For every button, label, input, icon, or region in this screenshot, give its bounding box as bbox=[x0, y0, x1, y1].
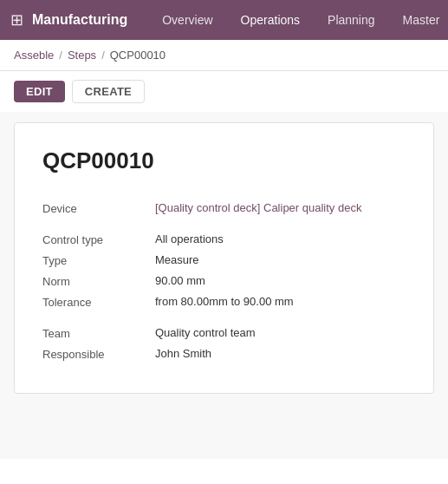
nav-links: Overview Operations Planning Master bbox=[148, 0, 448, 40]
control-type-value: All operations bbox=[155, 232, 406, 245]
edit-button[interactable]: EDIT bbox=[14, 81, 65, 102]
team-label: Team bbox=[42, 326, 155, 340]
top-navigation: ⊞ Manufacturing Overview Operations Plan… bbox=[0, 0, 448, 40]
grid-icon: ⊞ bbox=[10, 10, 23, 29]
nav-planning[interactable]: Planning bbox=[314, 0, 389, 40]
tolerance-value: from 80.00mm to 90.00 mm bbox=[155, 295, 406, 308]
field-device: Device [Quality control deck] Caliper qu… bbox=[42, 199, 406, 219]
fields-section: Device [Quality control deck] Caliper qu… bbox=[42, 199, 406, 365]
breadcrumb: Asseble / Steps / QCP00010 bbox=[0, 40, 448, 71]
type-value: Measure bbox=[155, 253, 406, 266]
nav-operations[interactable]: Operations bbox=[227, 0, 314, 40]
breadcrumb-sep2: / bbox=[101, 49, 105, 62]
field-tolerance: Tolerance from 80.00mm to 90.00 mm bbox=[42, 292, 406, 313]
nav-master[interactable]: Master bbox=[389, 0, 448, 40]
responsible-label: Responsible bbox=[42, 347, 155, 361]
norm-value: 90.00 mm bbox=[155, 274, 406, 287]
tolerance-label: Tolerance bbox=[42, 295, 155, 309]
responsible-value: John Smith bbox=[155, 347, 406, 360]
field-control-type: Control type All operations bbox=[42, 230, 406, 251]
brand-name: Manufacturing bbox=[32, 12, 127, 28]
device-label: Device bbox=[42, 201, 155, 215]
field-responsible: Responsible John Smith bbox=[42, 344, 406, 365]
action-bar: EDIT CREATE bbox=[0, 71, 448, 112]
breadcrumb-current: QCP00010 bbox=[110, 49, 166, 62]
record-title: QCP00010 bbox=[42, 147, 406, 174]
breadcrumb-steps[interactable]: Steps bbox=[68, 49, 96, 62]
record-card: QCP00010 Device [Quality control deck] C… bbox=[14, 122, 434, 394]
norm-label: Norm bbox=[42, 274, 155, 288]
team-value: Quality control team bbox=[155, 326, 406, 339]
type-label: Type bbox=[42, 253, 155, 267]
field-team: Team Quality control team bbox=[42, 324, 406, 344]
field-type: Type Measure bbox=[42, 251, 406, 271]
field-norm: Norm 90.00 mm bbox=[42, 271, 406, 292]
nav-overview[interactable]: Overview bbox=[148, 0, 226, 40]
content-wrapper: QCP00010 Device [Quality control deck] C… bbox=[0, 112, 448, 459]
breadcrumb-asseble[interactable]: Asseble bbox=[14, 49, 54, 62]
control-type-label: Control type bbox=[42, 232, 155, 246]
breadcrumb-sep1: / bbox=[59, 49, 62, 62]
device-value[interactable]: [Quality control deck] Caliper quality d… bbox=[155, 201, 406, 214]
create-button[interactable]: CREATE bbox=[72, 80, 145, 103]
